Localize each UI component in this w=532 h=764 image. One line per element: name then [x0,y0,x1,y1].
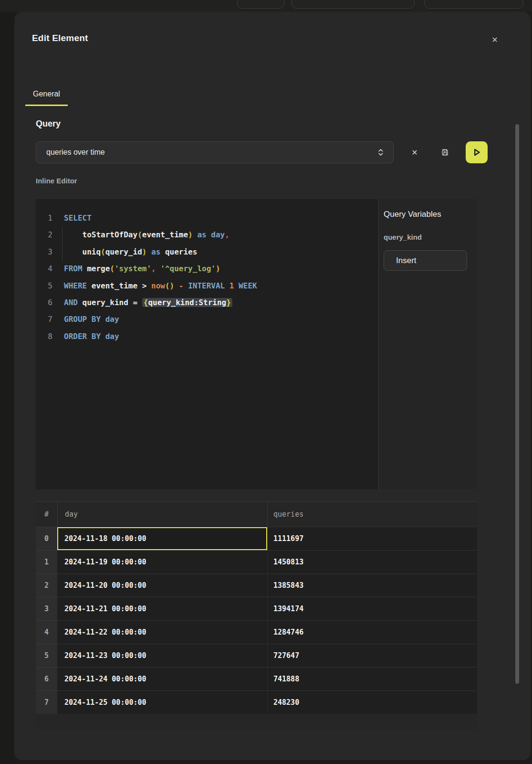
query-select[interactable]: queries over time [36,141,394,163]
table-body: 02024-11-18 00:00:00111169712024-11-19 0… [36,527,477,714]
inline-editor-label: Inline Editor [36,177,77,185]
table-row: 32024-11-21 00:00:001394174 [36,597,477,620]
code-line[interactable]: 8ORDER BY day [36,328,378,345]
line-number: 4 [37,260,52,277]
header-day: day [57,502,267,527]
app-background: Edit Element ✕ General Query queries ove… [0,0,532,764]
line-number: 5 [37,277,52,294]
query-variables-title: Query Variables [384,210,441,219]
queries-cell[interactable]: 1450813 [267,550,477,573]
modal-title: Edit Element [32,33,88,43]
day-cell[interactable]: 2024-11-22 00:00:00 [57,620,267,644]
row-index-cell: 6 [36,667,57,690]
table-row: 02024-11-18 00:00:001111697 [36,527,477,550]
code-line[interactable]: 1SELECT [36,210,378,226]
code-lines[interactable]: 1SELECT2 toStartOfDay(event_time) as day… [36,199,378,489]
query-variable-name: query_kind [384,233,422,241]
day-cell[interactable]: 2024-11-25 00:00:00 [57,690,267,714]
background-toolbar-button [424,0,523,9]
queries-cell[interactable]: 1111697 [267,527,477,550]
row-index-cell: 4 [36,620,57,644]
indent-guide [62,227,63,260]
queries-cell[interactable]: 248230 [267,690,477,714]
table-row: 52024-11-23 00:00:00727647 [36,644,477,667]
table-header: # day queries [36,502,477,527]
clear-selection-icon[interactable]: ✕ [408,146,421,159]
row-index-cell: 2 [36,573,57,597]
results-table: # day queries 02024-11-18 00:00:00111169… [36,501,477,730]
row-index-cell: 7 [36,690,57,714]
code-line[interactable]: 3 uniq(query_id) as queries [36,244,378,260]
day-cell[interactable]: 2024-11-20 00:00:00 [57,573,267,597]
table-row: 12024-11-19 00:00:001450813 [36,550,477,573]
row-index-cell: 0 [36,527,57,550]
table-row: 42024-11-22 00:00:001284746 [36,620,477,644]
line-number: 8 [37,328,52,345]
day-cell[interactable]: 2024-11-18 00:00:00 [57,527,267,550]
code-line[interactable]: 4FROM merge('system', '^query_log') [36,260,378,277]
background-toolbar [0,0,532,12]
code-line[interactable]: 5WHERE event_time > now() - INTERVAL 1 W… [36,277,378,294]
day-cell[interactable]: 2024-11-21 00:00:00 [57,597,267,620]
background-toolbar-button [237,0,284,9]
tab-general[interactable]: General [25,84,68,106]
queries-cell[interactable]: 1385843 [267,573,477,597]
line-number: 6 [37,294,52,311]
row-index-cell: 1 [36,550,57,573]
edit-element-modal: Edit Element ✕ General Query queries ove… [14,12,531,760]
row-index-cell: 3 [36,597,57,620]
modal-scrollbar[interactable] [515,124,519,684]
table-row: 62024-11-24 00:00:00741888 [36,667,477,690]
close-icon[interactable]: ✕ [488,33,501,46]
table-row: 22024-11-20 00:00:001385843 [36,573,477,597]
day-cell[interactable]: 2024-11-24 00:00:00 [57,667,267,690]
backdrop [0,12,14,764]
day-cell[interactable]: 2024-11-19 00:00:00 [57,550,267,573]
code-line[interactable]: 7GROUP BY day [36,311,378,328]
sql-editor[interactable]: 1SELECT2 toStartOfDay(event_time) as day… [36,199,477,489]
play-icon [475,149,479,155]
run-query-button[interactable] [466,141,488,163]
line-number: 3 [37,244,52,260]
query-section-label: Query [36,119,61,129]
queries-cell[interactable]: 1394174 [267,597,477,620]
row-index-cell: 5 [36,644,57,667]
header-queries: queries [267,502,477,527]
line-number: 7 [37,311,52,328]
header-index: # [36,502,57,527]
background-toolbar-button [292,0,415,9]
chevron-up-down-icon [376,147,386,159]
line-number: 2 [37,226,52,243]
code-line[interactable]: 2 toStartOfDay(event_time) as day, [36,226,378,243]
save-icon[interactable] [438,146,452,159]
queries-cell[interactable]: 727647 [267,644,477,667]
queries-cell[interactable]: 1284746 [267,620,477,644]
table-row: 72024-11-25 00:00:00248230 [36,690,477,714]
line-number: 1 [37,210,52,226]
queries-cell[interactable]: 741888 [267,667,477,690]
query-variables-panel: Query Variables query_kind Insert [378,199,477,489]
day-cell[interactable]: 2024-11-23 00:00:00 [57,644,267,667]
code-line[interactable]: 6AND query_kind = {query_kind:String} [36,294,378,311]
query-select-value: queries over time [46,148,105,157]
insert-variable-button[interactable]: Insert [384,250,467,271]
